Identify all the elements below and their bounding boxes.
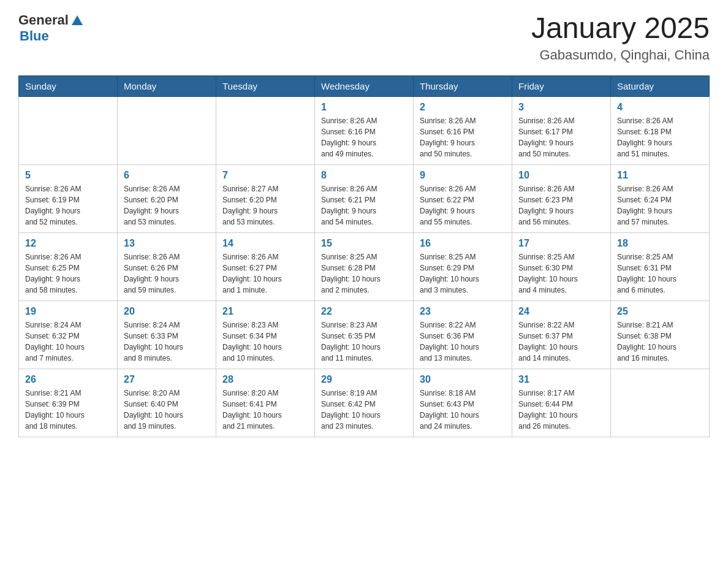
logo: General Blue [18,12,84,44]
calendar-cell: 4Sunrise: 8:26 AMSunset: 6:18 PMDaylight… [611,96,710,164]
day-number: 15 [321,238,407,249]
day-info: Sunrise: 8:25 AMSunset: 6:31 PMDaylight:… [617,251,703,296]
calendar-cell: 10Sunrise: 8:26 AMSunset: 6:23 PMDayligh… [512,164,611,232]
day-number: 13 [124,238,210,249]
day-number: 10 [518,170,604,181]
day-number: 7 [222,170,308,181]
calendar-cell: 7Sunrise: 8:27 AMSunset: 6:20 PMDaylight… [216,164,315,232]
logo-general-text: General [18,12,69,28]
day-info: Sunrise: 8:23 AMSunset: 6:34 PMDaylight:… [222,320,308,364]
calendar-cell [216,96,315,164]
svg-marker-0 [72,15,83,25]
day-number: 12 [25,238,111,249]
calendar-body: 1Sunrise: 8:26 AMSunset: 6:16 PMDaylight… [19,96,710,437]
calendar-header: SundayMondayTuesdayWednesdayThursdayFrid… [19,75,710,96]
day-number: 6 [124,170,210,181]
calendar-cell: 16Sunrise: 8:25 AMSunset: 6:29 PMDayligh… [414,232,512,301]
day-number: 23 [420,306,506,317]
calendar-cell: 23Sunrise: 8:22 AMSunset: 6:36 PMDayligh… [414,301,512,369]
day-info: Sunrise: 8:26 AMSunset: 6:19 PMDaylight:… [25,183,111,228]
day-info: Sunrise: 8:25 AMSunset: 6:30 PMDaylight:… [518,251,604,296]
day-number: 1 [321,102,407,113]
calendar-cell: 8Sunrise: 8:26 AMSunset: 6:21 PMDaylight… [315,164,414,232]
day-number: 17 [518,238,604,249]
logo-blue-text: Blue [20,28,49,44]
calendar-cell: 11Sunrise: 8:26 AMSunset: 6:24 PMDayligh… [611,164,710,232]
day-number: 19 [25,306,111,317]
day-info: Sunrise: 8:21 AMSunset: 6:39 PMDaylight:… [25,388,111,432]
day-number: 14 [222,238,308,249]
column-header-sunday: Sunday [19,75,118,96]
day-info: Sunrise: 8:17 AMSunset: 6:44 PMDaylight:… [518,388,604,432]
day-info: Sunrise: 8:26 AMSunset: 6:17 PMDaylight:… [518,115,604,159]
day-info: Sunrise: 8:25 AMSunset: 6:29 PMDaylight:… [420,251,506,296]
calendar-cell: 17Sunrise: 8:25 AMSunset: 6:30 PMDayligh… [512,232,611,301]
column-header-saturday: Saturday [611,75,710,96]
day-number: 30 [420,374,506,385]
day-number: 27 [124,374,210,385]
day-info: Sunrise: 8:27 AMSunset: 6:20 PMDaylight:… [222,183,308,228]
calendar-cell: 26Sunrise: 8:21 AMSunset: 6:39 PMDayligh… [19,369,118,437]
calendar-cell: 2Sunrise: 8:26 AMSunset: 6:16 PMDaylight… [414,96,512,164]
column-header-monday: Monday [118,75,216,96]
calendar-cell [611,369,710,437]
calendar-cell: 28Sunrise: 8:20 AMSunset: 6:41 PMDayligh… [216,369,315,437]
calendar-cell: 20Sunrise: 8:24 AMSunset: 6:33 PMDayligh… [118,301,216,369]
day-info: Sunrise: 8:26 AMSunset: 6:24 PMDaylight:… [617,183,703,228]
page-header: General Blue January 2025 Gabasumdo, Qin… [18,12,710,63]
calendar-cell: 12Sunrise: 8:26 AMSunset: 6:25 PMDayligh… [19,232,118,301]
calendar-cell: 1Sunrise: 8:26 AMSunset: 6:16 PMDaylight… [315,96,414,164]
calendar-cell: 21Sunrise: 8:23 AMSunset: 6:34 PMDayligh… [216,301,315,369]
calendar-cell: 27Sunrise: 8:20 AMSunset: 6:40 PMDayligh… [118,369,216,437]
calendar-cell: 19Sunrise: 8:24 AMSunset: 6:32 PMDayligh… [19,301,118,369]
day-number: 24 [518,306,604,317]
day-info: Sunrise: 8:20 AMSunset: 6:40 PMDaylight:… [124,388,210,432]
logo-triangle-icon [70,14,84,28]
day-info: Sunrise: 8:23 AMSunset: 6:35 PMDaylight:… [321,320,407,364]
day-info: Sunrise: 8:18 AMSunset: 6:43 PMDaylight:… [420,388,506,432]
calendar-cell: 29Sunrise: 8:19 AMSunset: 6:42 PMDayligh… [315,369,414,437]
day-number: 31 [518,374,604,385]
day-number: 5 [25,170,111,181]
day-number: 22 [321,306,407,317]
calendar-cell [19,96,118,164]
day-info: Sunrise: 8:26 AMSunset: 6:22 PMDaylight:… [420,183,506,228]
calendar-cell: 14Sunrise: 8:26 AMSunset: 6:27 PMDayligh… [216,232,315,301]
day-info: Sunrise: 8:20 AMSunset: 6:41 PMDaylight:… [222,388,308,432]
calendar-week-2: 5Sunrise: 8:26 AMSunset: 6:19 PMDaylight… [19,164,710,232]
day-number: 4 [617,102,703,113]
calendar-week-4: 19Sunrise: 8:24 AMSunset: 6:32 PMDayligh… [19,301,710,369]
day-number: 20 [124,306,210,317]
day-number: 11 [617,170,703,181]
column-header-wednesday: Wednesday [315,75,414,96]
day-info: Sunrise: 8:26 AMSunset: 6:27 PMDaylight:… [222,251,308,296]
header-row: SundayMondayTuesdayWednesdayThursdayFrid… [19,75,710,96]
day-info: Sunrise: 8:22 AMSunset: 6:37 PMDaylight:… [518,320,604,364]
calendar-cell: 6Sunrise: 8:26 AMSunset: 6:20 PMDaylight… [118,164,216,232]
day-number: 8 [321,170,407,181]
calendar-week-3: 12Sunrise: 8:26 AMSunset: 6:25 PMDayligh… [19,232,710,301]
day-number: 28 [222,374,308,385]
calendar-cell [118,96,216,164]
day-number: 3 [518,102,604,113]
calendar-cell: 3Sunrise: 8:26 AMSunset: 6:17 PMDaylight… [512,96,611,164]
day-number: 21 [222,306,308,317]
day-number: 26 [25,374,111,385]
calendar-cell: 24Sunrise: 8:22 AMSunset: 6:37 PMDayligh… [512,301,611,369]
day-info: Sunrise: 8:24 AMSunset: 6:33 PMDaylight:… [124,320,210,364]
column-header-friday: Friday [512,75,611,96]
day-number: 2 [420,102,506,113]
day-info: Sunrise: 8:24 AMSunset: 6:32 PMDaylight:… [25,320,111,364]
day-number: 16 [420,238,506,249]
calendar-cell: 13Sunrise: 8:26 AMSunset: 6:26 PMDayligh… [118,232,216,301]
column-header-tuesday: Tuesday [216,75,315,96]
day-number: 9 [420,170,506,181]
column-header-thursday: Thursday [414,75,512,96]
calendar-cell: 31Sunrise: 8:17 AMSunset: 6:44 PMDayligh… [512,369,611,437]
day-info: Sunrise: 8:26 AMSunset: 6:16 PMDaylight:… [420,115,506,159]
day-info: Sunrise: 8:26 AMSunset: 6:20 PMDaylight:… [124,183,210,228]
day-info: Sunrise: 8:26 AMSunset: 6:18 PMDaylight:… [617,115,703,159]
day-info: Sunrise: 8:26 AMSunset: 6:25 PMDaylight:… [25,251,111,296]
day-number: 18 [617,238,703,249]
day-info: Sunrise: 8:21 AMSunset: 6:38 PMDaylight:… [617,320,703,364]
